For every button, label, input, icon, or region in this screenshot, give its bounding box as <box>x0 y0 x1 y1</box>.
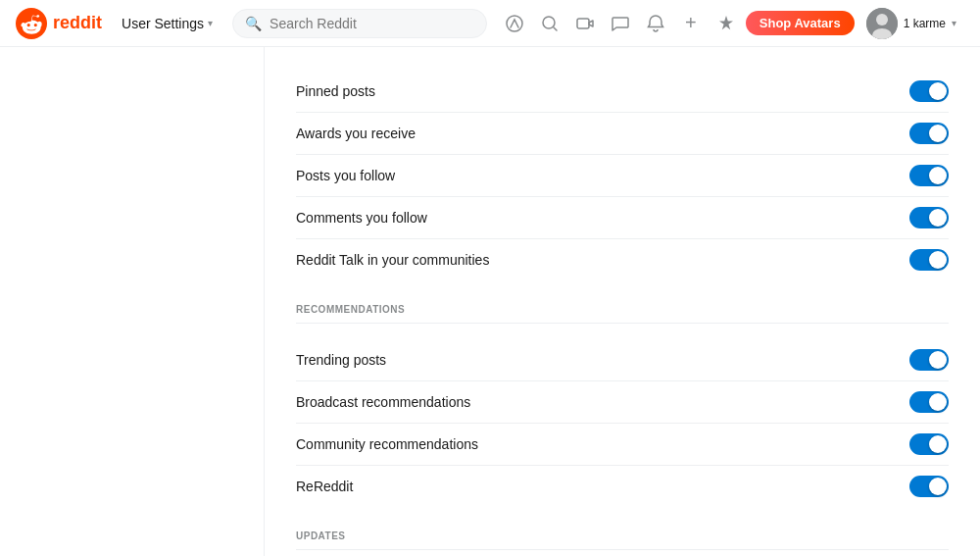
logo-area: reddit <box>16 8 102 39</box>
section-updates: UpdatesReddit announcementsCake day <box>296 531 949 556</box>
video-icon-btn[interactable] <box>569 8 601 39</box>
setting-label-posts-follow: Posts you follow <box>296 168 395 183</box>
toggle-track-posts-follow <box>909 165 949 186</box>
main-layout: Pinned postsAwards you receivePosts you … <box>0 47 980 556</box>
svg-point-2 <box>543 17 555 28</box>
setting-label-awards-receive: Awards you receive <box>296 126 416 141</box>
setting-row-awards-receive: Awards you receive <box>296 113 949 155</box>
toggle-knob-trending-posts <box>929 351 947 369</box>
toggle-knob-rereddit <box>929 478 947 495</box>
toggle-knob-pinned-posts <box>929 82 947 100</box>
karma-chevron-icon: ▾ <box>952 18 956 28</box>
sidebar <box>0 47 265 556</box>
settings-chevron-icon: ▾ <box>208 18 213 28</box>
setting-row-pinned-posts: Pinned posts <box>296 71 949 113</box>
section-recommendations: RecommendationsTrending postsBroadcast r… <box>296 304 949 507</box>
toggle-track-pinned-posts <box>909 80 949 102</box>
toggle-broadcast-recommendations[interactable] <box>909 391 949 413</box>
reddit-wordmark: reddit <box>53 13 102 33</box>
nav-icons: + Shop Avatars 1 karme ▾ <box>499 4 964 43</box>
toggle-awards-receive[interactable] <box>909 123 949 144</box>
toggle-comments-follow[interactable] <box>909 207 949 228</box>
toggle-track-reddit-talk <box>909 249 949 271</box>
setting-label-comments-follow: Comments you follow <box>296 210 427 226</box>
toggle-posts-follow[interactable] <box>909 165 949 186</box>
toggle-reddit-talk[interactable] <box>909 249 949 271</box>
svg-point-5 <box>876 14 888 25</box>
setting-row-reddit-talk: Reddit Talk in your communities <box>296 239 949 280</box>
user-settings-button[interactable]: User Settings ▾ <box>114 12 220 35</box>
toggle-track-comments-follow <box>909 207 949 228</box>
setting-row-rereddit: ReReddit <box>296 466 949 507</box>
section-notifications-activity: Pinned postsAwards you receivePosts you … <box>296 71 949 280</box>
toggle-track-community-recommendations <box>909 433 949 455</box>
setting-label-broadcast-recommendations: Broadcast recommendations <box>296 394 470 410</box>
karma-area[interactable]: 1 karme ▾ <box>858 4 964 43</box>
svg-rect-3 <box>577 19 589 28</box>
setting-row-community-recommendations: Community recommendations <box>296 424 949 466</box>
toggle-knob-broadcast-recommendations <box>929 393 947 411</box>
section-label-recommendations: Recommendations <box>296 304 949 324</box>
toggle-knob-posts-follow <box>929 167 947 184</box>
setting-label-pinned-posts: Pinned posts <box>296 83 375 99</box>
toggle-track-rereddit <box>909 476 949 497</box>
search-input[interactable] <box>270 16 474 31</box>
notification-icon-btn[interactable] <box>640 8 671 39</box>
search-bar: 🔍 <box>232 9 487 38</box>
toggle-track-trending-posts <box>909 349 949 371</box>
popular-icon-btn[interactable] <box>499 8 530 39</box>
setting-row-broadcast-recommendations: Broadcast recommendations <box>296 381 949 424</box>
toggle-track-broadcast-recommendations <box>909 391 949 413</box>
avatar <box>866 8 898 39</box>
reddit-logo <box>16 8 47 39</box>
chat-icon-btn[interactable] <box>605 8 636 39</box>
header: reddit User Settings ▾ 🔍 + Shop Avatars <box>0 0 980 47</box>
toggle-knob-reddit-talk <box>929 251 947 269</box>
setting-label-community-recommendations: Community recommendations <box>296 436 478 452</box>
setting-row-posts-follow: Posts you follow <box>296 155 949 197</box>
karma-label: 1 karme <box>904 17 946 30</box>
toggle-community-recommendations[interactable] <box>909 433 949 455</box>
settings-content: Pinned postsAwards you receivePosts you … <box>265 47 980 556</box>
toggle-trending-posts[interactable] <box>909 349 949 371</box>
premium-icon-btn[interactable] <box>710 8 742 39</box>
add-icon-btn[interactable]: + <box>675 8 707 39</box>
setting-label-trending-posts: Trending posts <box>296 352 386 368</box>
toggle-knob-community-recommendations <box>929 435 947 453</box>
toggle-knob-awards-receive <box>929 125 947 142</box>
search-icon: 🔍 <box>245 16 262 31</box>
setting-label-reddit-talk: Reddit Talk in your communities <box>296 252 489 268</box>
setting-row-trending-posts: Trending posts <box>296 339 949 381</box>
toggle-pinned-posts[interactable] <box>909 80 949 102</box>
toggle-knob-comments-follow <box>929 209 947 227</box>
shop-avatars-button[interactable]: Shop Avatars <box>746 11 855 35</box>
toggle-rereddit[interactable] <box>909 476 949 497</box>
section-label-updates: Updates <box>296 531 949 550</box>
toggle-track-awards-receive <box>909 123 949 144</box>
setting-row-comments-follow: Comments you follow <box>296 197 949 239</box>
setting-label-rereddit: ReReddit <box>296 479 353 494</box>
explore-icon-btn[interactable] <box>534 8 565 39</box>
user-settings-label: User Settings <box>122 16 204 31</box>
